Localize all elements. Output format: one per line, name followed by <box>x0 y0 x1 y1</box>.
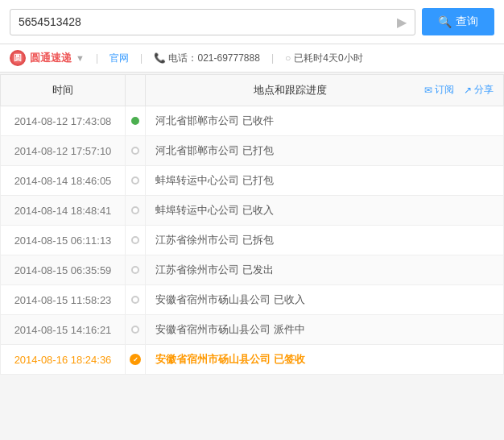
tracking-row-time: 2014-08-12 17:57:10 <box>1 136 126 166</box>
status-dot <box>131 266 139 274</box>
tracking-row-dot <box>126 285 146 315</box>
search-icon: 🔍 <box>438 15 452 28</box>
status-dot <box>131 147 139 155</box>
tracking-row-time: 2014-08-15 06:35:59 <box>1 255 126 285</box>
subscribe-btn[interactable]: ✉ 订阅 <box>424 83 454 97</box>
tracking-row-location: 江苏省徐州市公司 已发出 <box>146 255 504 285</box>
tracking-row-location: 安徽省宿州市砀山县公司 派件中 <box>146 315 504 345</box>
tracking-row-dot <box>126 136 146 166</box>
tracking-row-time: 2014-08-14 18:48:41 <box>1 196 126 226</box>
courier-badge-icon: 圆 <box>10 50 26 66</box>
phone-info: 📞 电话：021-69777888 <box>154 52 260 65</box>
tracking-row-time: 2014-08-14 18:46:05 <box>1 166 126 196</box>
tracking-row-time: 2014-08-15 06:11:13 <box>1 226 126 255</box>
status-dot <box>131 296 139 304</box>
courier-logo: 圆 圆通速递 ▼ <box>10 50 85 66</box>
info-divider-2: | <box>140 52 143 64</box>
status-dot <box>131 176 139 185</box>
col-location-header: 地点和跟踪进度 ✉ 订阅 ↗ 分享 <box>146 75 504 106</box>
share-label: 分享 <box>474 83 494 97</box>
tracking-row-location: 河北省邯郸市公司 已收件 <box>146 106 504 136</box>
col-dot-header <box>126 75 146 106</box>
search-button[interactable]: 🔍 查询 <box>422 8 494 35</box>
tracking-row-location: 蚌埠转运中心公司 已收入 <box>146 196 504 226</box>
tracking-row-location: 河北省邯郸市公司 已打包 <box>146 136 504 166</box>
courier-name-label: 圆通速递 <box>30 51 72 65</box>
tracking-row-dot <box>126 315 146 345</box>
status-dot <box>131 236 139 244</box>
tracking-row-location: 安徽省宿州市砀山县公司 已签收 <box>146 345 504 375</box>
email-icon: ✉ <box>424 85 432 96</box>
tracking-row-time: 2014-08-15 11:58:23 <box>1 285 126 315</box>
tracking-row-time: 2014-08-12 17:43:08 <box>1 106 126 136</box>
location-icon[interactable]: ▶ <box>397 15 407 30</box>
col-time-header: 时间 <box>1 75 126 106</box>
share-btn[interactable]: ↗ 分享 <box>464 83 494 97</box>
tracking-row-dot <box>126 255 146 285</box>
status-dot <box>131 117 139 125</box>
time-info: ○ 已耗时4天0小时 <box>285 52 363 65</box>
search-bar: 5654513428 ▶ 🔍 查询 <box>0 0 504 44</box>
tracking-row-dot <box>126 196 146 226</box>
tracking-row-location: 蚌埠转运中心公司 已打包 <box>146 166 504 196</box>
tracking-row-dot: ✓ <box>126 345 146 375</box>
tracking-row-location: 江苏省徐州市公司 已拆包 <box>146 226 504 255</box>
tracking-row-time: 2014-08-16 18:24:36 <box>1 345 126 375</box>
tracking-row-dot <box>126 166 146 196</box>
info-divider-1: | <box>96 52 98 64</box>
tracking-number-input[interactable]: 5654513428 <box>19 15 397 28</box>
status-dot <box>131 326 139 334</box>
search-button-label: 查询 <box>456 15 478 29</box>
official-site-link[interactable]: 官网 <box>109 52 129 65</box>
time-label: 已耗时4天0小时 <box>294 52 362 65</box>
phone-label: 电话：021-69777888 <box>168 52 259 64</box>
tracking-row-dot <box>126 106 146 136</box>
subscribe-label: 订阅 <box>435 83 454 97</box>
clock-icon: ○ <box>285 52 291 64</box>
courier-dropdown-icon[interactable]: ▼ <box>76 53 85 63</box>
col-location-label: 地点和跟踪进度 <box>254 84 327 96</box>
status-dot <box>131 206 139 214</box>
tracking-row-dot <box>126 226 146 255</box>
tracking-row-location: 安徽省宿州市砀山县公司 已收入 <box>146 285 504 315</box>
official-site-label: 官网 <box>109 52 129 64</box>
info-divider-3: | <box>271 52 274 64</box>
tracking-row-time: 2014-08-15 14:16:21 <box>1 315 126 345</box>
status-dot: ✓ <box>130 354 141 365</box>
tracking-table: 时间 地点和跟踪进度 ✉ 订阅 ↗ 分享 2014-08-12 17:43:08… <box>0 74 504 375</box>
col-time-label: 时间 <box>52 84 73 96</box>
info-bar: 圆 圆通速递 ▼ | 官网 | 📞 电话：021-69777888 | ○ 已耗… <box>0 44 504 73</box>
share-icon: ↗ <box>464 85 472 96</box>
phone-icon: 📞 <box>154 52 166 64</box>
search-input-wrap: 5654513428 ▶ <box>10 9 415 35</box>
